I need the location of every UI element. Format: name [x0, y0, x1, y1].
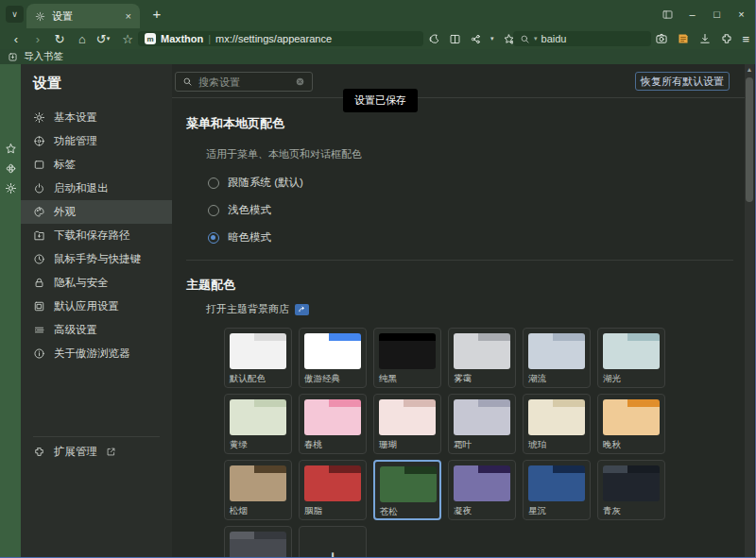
- theme-name-label: 青灰: [603, 505, 621, 517]
- sidebar-item[interactable]: 关于傲游浏览器: [21, 342, 172, 365]
- bookmarks-bar: 导入书签: [0, 49, 755, 64]
- sidebar-item-label: 外观: [54, 205, 76, 219]
- settings-search-box[interactable]: [175, 72, 313, 92]
- theme-tile[interactable]: 潮流 +: [523, 328, 591, 388]
- quick-share-caret-icon[interactable]: ▾: [490, 35, 494, 42]
- sidebar-item[interactable]: 外观: [21, 200, 172, 224]
- theme-tile[interactable]: 傲游经典 +: [299, 328, 367, 388]
- layout-icon[interactable]: [662, 8, 674, 21]
- content-scrollbar[interactable]: ▲: [745, 64, 754, 557]
- new-tab-button[interactable]: +: [148, 5, 165, 22]
- main-menu-icon[interactable]: ≡: [742, 32, 749, 46]
- color-mode-option[interactable]: 跟随系统 (默认): [208, 175, 745, 191]
- favorite-star-icon[interactable]: ☆: [119, 28, 136, 49]
- split-view-icon[interactable]: [449, 33, 461, 45]
- restore-defaults-button[interactable]: 恢复所有默认设置: [635, 72, 730, 91]
- sidebar-item[interactable]: 高级设置: [21, 318, 172, 342]
- gear-icon: [35, 11, 45, 22]
- theme-name-label: 晚秋: [603, 439, 621, 451]
- theme-swatch: [603, 465, 660, 501]
- sidebar-item[interactable]: 功能管理: [21, 129, 172, 153]
- radio-label: 跟随系统 (默认): [228, 176, 303, 190]
- clear-search-icon[interactable]: [295, 76, 305, 87]
- quick-share-icon[interactable]: [470, 33, 482, 45]
- theme-tile[interactable]: 春桃 +: [299, 394, 367, 454]
- quick-search-box[interactable]: ▾ baidu: [513, 31, 651, 46]
- sliders-icon: [33, 324, 45, 336]
- theme-tile[interactable]: 雾霭 +: [448, 328, 516, 388]
- radio-icon: [208, 232, 219, 244]
- screenshot-camera-icon[interactable]: [655, 32, 668, 45]
- theme-name-label: 纯黑: [379, 373, 397, 385]
- sidebar-item-label: 启动和退出: [54, 181, 109, 195]
- color-mode-option[interactable]: 暗色模式: [208, 229, 745, 245]
- undo-icon[interactable]: ↺▾: [94, 28, 112, 49]
- tab-close-icon[interactable]: ×: [126, 10, 131, 22]
- theme-tile[interactable]: 星沉 +: [523, 460, 591, 520]
- notes-icon[interactable]: [677, 32, 690, 45]
- chevron-down-icon[interactable]: ∨: [6, 6, 24, 23]
- theme-tile[interactable]: 胭脂 +: [299, 460, 367, 520]
- sidebar-item[interactable]: 默认应用设置: [21, 295, 172, 318]
- puzzle-icon: [33, 446, 45, 458]
- scrollbar-thumb[interactable]: [746, 77, 753, 202]
- theme-tile[interactable]: 青灰 +: [597, 460, 665, 520]
- sidebar-item[interactable]: 基本设置: [21, 106, 172, 129]
- collections-icon[interactable]: [4, 161, 17, 175]
- theme-tile[interactable]: 松烟 +: [224, 460, 292, 520]
- read-aloud-icon[interactable]: [428, 33, 440, 45]
- sidebar-item[interactable]: 启动和退出: [21, 177, 172, 200]
- refresh-icon[interactable]: ↻: [51, 28, 68, 49]
- settings-content: 恢复所有默认设置 菜单和本地页配色 适用于菜单、本地页和对话框配色 跟随系统 (…: [172, 64, 745, 557]
- sidebar-item-label: 关于傲游浏览器: [54, 347, 130, 361]
- theme-tile[interactable]: 暗夜 +: [224, 526, 292, 558]
- theme-tile[interactable]: 凝夜 +: [448, 460, 516, 520]
- section-divider: [186, 260, 733, 261]
- theme-swatch: [379, 333, 436, 369]
- extensions-icon[interactable]: [720, 32, 733, 45]
- theme-tile[interactable]: +: [299, 526, 367, 558]
- maximize-icon[interactable]: □: [711, 8, 723, 21]
- search-engine-caret-icon[interactable]: ▾: [534, 35, 538, 42]
- color-mode-option[interactable]: 浅色模式: [208, 202, 745, 218]
- theme-swatch: [528, 333, 585, 369]
- theme-tile[interactable]: 霜叶 +: [448, 394, 516, 454]
- theme-tile[interactable]: 苍松 +: [373, 460, 441, 520]
- theme-swatch: [230, 399, 286, 435]
- address-bar[interactable]: m Maxthon | mx://settings/appearance: [138, 31, 423, 46]
- settings-gear-icon[interactable]: [4, 181, 17, 194]
- close-icon[interactable]: ×: [735, 8, 747, 21]
- sidebar-item-extensions[interactable]: 扩展管理: [21, 440, 172, 464]
- theme-tile[interactable]: 纯黑 +: [373, 328, 441, 388]
- search-icon: [520, 34, 530, 44]
- theme-store-link[interactable]: 打开主题背景商店: [206, 302, 745, 316]
- sidebar-item[interactable]: 鼠标手势与快捷键: [21, 247, 172, 271]
- sidebar-item[interactable]: 隐私与安全: [21, 271, 172, 295]
- forward-icon[interactable]: ›: [29, 28, 46, 49]
- search-engine-value: baidu: [541, 33, 567, 44]
- sidebar-item[interactable]: 标签: [21, 153, 172, 177]
- theme-tile[interactable]: 湖光 +: [597, 328, 665, 388]
- scrollbar-up-icon[interactable]: ▲: [745, 66, 754, 73]
- theme-store-arrow-icon: [295, 304, 309, 315]
- settings-search-input[interactable]: [198, 76, 289, 88]
- favorites-star-icon[interactable]: [4, 142, 17, 155]
- import-bookmarks-label[interactable]: 导入书签: [24, 50, 63, 63]
- external-link-icon: [106, 447, 116, 457]
- sidebar-item[interactable]: 下载和保存路径: [21, 224, 172, 247]
- theme-swatch: [230, 532, 286, 558]
- minimize-icon[interactable]: –: [686, 8, 698, 21]
- theme-tile[interactable]: 默认配色 +: [224, 328, 292, 388]
- home-icon[interactable]: ⌂: [74, 28, 91, 49]
- theme-swatch: [230, 333, 286, 369]
- theme-tile[interactable]: 珊瑚 +: [373, 394, 441, 454]
- theme-tile[interactable]: 晚秋 +: [597, 394, 665, 454]
- add-theme-plus-icon: +: [325, 546, 339, 558]
- features-icon: [33, 135, 45, 147]
- theme-tile[interactable]: 黄绿 +: [224, 394, 292, 454]
- theme-tile[interactable]: 琥珀 +: [523, 394, 591, 454]
- search-icon: [182, 76, 193, 87]
- download-icon[interactable]: [698, 32, 712, 45]
- tab-settings[interactable]: 设置 ×: [26, 4, 140, 28]
- back-icon[interactable]: ‹: [8, 28, 25, 49]
